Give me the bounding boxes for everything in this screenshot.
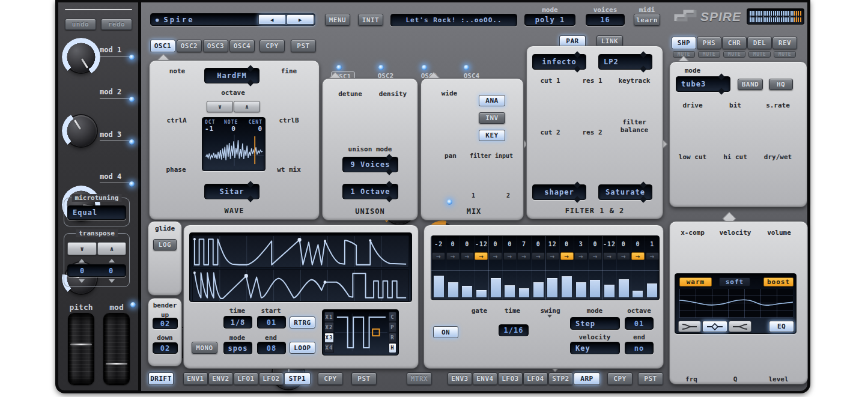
tab-env4[interactable]: ENV4: [473, 372, 497, 385]
tab-lfo2[interactable]: LFO2: [259, 372, 284, 385]
arp-step-bar-zone[interactable]: [618, 272, 630, 297]
filter1-type-selector[interactable]: infecto: [532, 54, 586, 70]
menu-button[interactable]: MENU: [325, 14, 350, 26]
tab-arp[interactable]: ARP: [574, 372, 600, 385]
arp-step-bar-zone[interactable]: [490, 272, 502, 297]
stp-start-display[interactable]: 01: [257, 316, 286, 329]
wave-name-selector[interactable]: Sitar: [204, 184, 259, 199]
arp-step-arrow[interactable]: →: [560, 252, 574, 260]
saturate-selector[interactable]: Saturate: [598, 184, 652, 200]
arp-step-arrow[interactable]: →: [631, 252, 645, 260]
fx-tab-chr[interactable]: CHR: [722, 37, 747, 49]
eq-highshelf-button[interactable]: [729, 321, 751, 332]
arp-step-bar-zone[interactable]: [561, 272, 572, 297]
ana-button[interactable]: ANA: [479, 95, 505, 106]
arp-step[interactable]: 3→: [574, 236, 588, 300]
arp-step-display[interactable]: -2→0→0→-12→0→0→7→0→12→0→3→0→-12→0→0→1→: [431, 235, 660, 300]
rtrg-button[interactable]: RTRG: [290, 317, 315, 329]
init-button[interactable]: INIT: [358, 14, 383, 26]
arp-step-arrow[interactable]: →: [532, 252, 545, 260]
matrix-r-button[interactable]: R: [389, 333, 396, 343]
mtrx-button[interactable]: MTRX: [407, 372, 432, 385]
band-button[interactable]: BAND: [738, 79, 763, 90]
pitch-wheel[interactable]: [68, 313, 94, 385]
matrix-x1-button[interactable]: X1: [324, 312, 334, 322]
glide-log-button[interactable]: LOG: [153, 239, 177, 250]
preset-prev-button[interactable]: ◀: [258, 14, 286, 25]
matrix-p-button[interactable]: P: [389, 322, 396, 332]
stp-wave-display[interactable]: [189, 232, 412, 302]
unison-voices-selector[interactable]: 9 Voices: [342, 157, 398, 172]
tab-stp2[interactable]: STP2: [548, 372, 573, 385]
bender-down-display[interactable]: 02: [153, 342, 178, 354]
stp-wave-row-2[interactable]: [192, 269, 409, 302]
fx-mode-selector[interactable]: tube3: [676, 76, 730, 92]
eq-warm-tab[interactable]: warm: [679, 277, 712, 286]
mute-rev-button[interactable]: MUTE: [774, 51, 796, 58]
arp-step-bar-zone[interactable]: [504, 272, 515, 297]
tab-lfo4[interactable]: LFO4: [523, 372, 548, 385]
tab-env1[interactable]: ENV1: [183, 372, 208, 385]
arp-step[interactable]: -12→: [602, 236, 616, 300]
stp-time-display[interactable]: 1/8: [223, 316, 252, 329]
arp-step-arrow[interactable]: →: [489, 252, 502, 260]
arp-step-arrow[interactable]: →: [574, 252, 587, 260]
mod2-knob[interactable]: [65, 115, 97, 147]
tab-env2[interactable]: ENV2: [208, 372, 233, 385]
tab-lfo1[interactable]: LFO1: [234, 372, 258, 385]
arp-step-bar-zone[interactable]: [547, 272, 559, 297]
arp-step[interactable]: 0→: [502, 236, 517, 300]
eq-peak-button[interactable]: [702, 321, 727, 332]
tab-stp1[interactable]: STP1: [284, 372, 311, 385]
transpose-up-button[interactable]: ∧: [97, 242, 126, 255]
mute-del-button[interactable]: MUTE: [748, 51, 771, 58]
octave-up-button[interactable]: ∧: [234, 101, 260, 112]
osc-copy-button[interactable]: CPY: [259, 40, 285, 52]
tab-osc4[interactable]: OSC4: [229, 40, 255, 52]
arp-step-bar-zone[interactable]: [461, 272, 473, 297]
arp-step[interactable]: 0→: [559, 236, 574, 300]
arp-step[interactable]: 0→: [588, 236, 602, 300]
loop-button[interactable]: LOOP: [290, 342, 315, 354]
arp-step-bar-zone[interactable]: [476, 272, 487, 297]
arp-octave-display[interactable]: 01: [625, 317, 654, 330]
eq-soft-tab[interactable]: soft: [719, 277, 750, 286]
wavetable-selector[interactable]: HardFM: [204, 68, 259, 83]
fx-tab-shp[interactable]: SHP: [672, 37, 696, 49]
arp-step[interactable]: 0→: [616, 236, 631, 300]
tab-env3[interactable]: ENV3: [448, 372, 472, 385]
eq-curve-area[interactable]: [679, 289, 793, 318]
fx-tab-del[interactable]: DEL: [747, 37, 772, 49]
arp-on-button[interactable]: ON: [433, 326, 458, 338]
arp-step-bar-zone[interactable]: [575, 272, 587, 297]
arp-step[interactable]: 0→: [446, 236, 460, 300]
hq-button[interactable]: HQ: [769, 79, 793, 90]
microtuning-selector[interactable]: Equal: [67, 205, 126, 220]
eq-enable-button[interactable]: EQ: [769, 321, 794, 332]
mute-phs-button[interactable]: MUTE: [698, 51, 720, 58]
key-button[interactable]: KEY: [479, 130, 505, 141]
arp-step-arrow[interactable]: →: [432, 252, 445, 260]
octave-down-button[interactable]: ∨: [207, 101, 233, 112]
arp-step-bar-zone[interactable]: [604, 272, 615, 297]
arp-step[interactable]: 12→: [545, 236, 560, 300]
tab-osc1[interactable]: OSC1: [150, 40, 175, 52]
arp-step-arrow[interactable]: →: [461, 252, 474, 260]
mod1-knob[interactable]: [65, 41, 97, 73]
arp-step-bar-zone[interactable]: [433, 272, 445, 297]
filter2-type-selector[interactable]: LP2: [598, 54, 652, 70]
inv-button[interactable]: INV: [479, 112, 505, 124]
mono-button[interactable]: MONO: [192, 342, 217, 354]
tab-osc2[interactable]: OSC2: [177, 40, 202, 52]
arp-step-arrow[interactable]: →: [589, 252, 602, 260]
matrix-h-button[interactable]: H: [389, 343, 396, 353]
arp-step[interactable]: 0→: [531, 236, 545, 300]
arp-copy-button[interactable]: CPY: [607, 372, 633, 385]
arp-step-arrow[interactable]: →: [546, 252, 559, 260]
mod-paste-button[interactable]: PST: [351, 372, 377, 385]
preset-next-button[interactable]: ▶: [287, 14, 314, 25]
unison-octave-selector[interactable]: 1 Octave: [342, 184, 398, 199]
tab-lfo3[interactable]: LFO3: [498, 372, 523, 385]
arp-step[interactable]: 0→: [488, 236, 503, 300]
undo-button[interactable]: undo: [65, 19, 96, 30]
